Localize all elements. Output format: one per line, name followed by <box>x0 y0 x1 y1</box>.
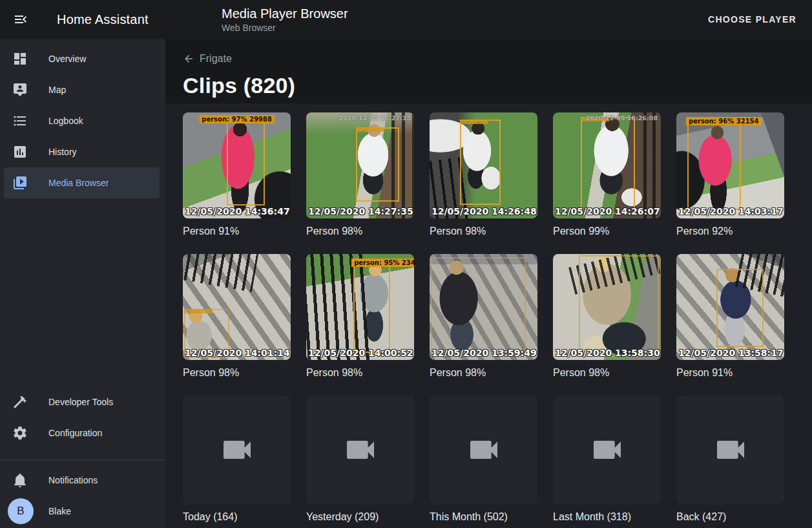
detection-bounding-box <box>687 124 742 210</box>
sidebar-item-label: Media Browser <box>48 178 109 188</box>
folder-thumbnail <box>183 396 291 504</box>
video-camera-icon <box>589 432 625 468</box>
clip-thumbnail: 2020-12-05 16:27:35 12/05/2020 14:27:35 <box>306 112 414 218</box>
sidebar-item-label: Developer Tools <box>48 397 113 407</box>
menu-open-icon <box>13 12 28 27</box>
clip-timestamp-overlay: 12/05/2020 14:36:47 <box>185 206 289 216</box>
clip-timestamp-overlay: 12/05/2020 14:27:35 <box>308 206 413 216</box>
clip-thumbnail: 12/05/2020 13:58:30 <box>553 254 661 360</box>
gear-icon <box>12 425 28 441</box>
folder-label: Today (164) <box>183 511 291 523</box>
folder-label: Yesterday (209) <box>306 511 414 523</box>
detection-bounding-box <box>579 255 659 357</box>
clip-timestamp-overlay: 12/05/2020 14:26:07 <box>555 206 660 216</box>
folder-label: This Month (502) <box>430 511 537 523</box>
folder-label: Last Month (318) <box>553 511 661 523</box>
folder-tile-yesterday[interactable]: Yesterday (209) <box>306 396 414 523</box>
sidebar-footer: Developer ToolsConfiguration Notificatio… <box>0 386 165 528</box>
clip-label: Person 98% <box>430 367 537 379</box>
sidebar-item-label: Map <box>48 85 66 95</box>
folder-thumbnail <box>306 396 414 504</box>
clip-tile[interactable]: person: 95% 23432 12/05/2020 14:00:52 Pe… <box>306 254 414 396</box>
clip-label: Person 91% <box>183 226 291 237</box>
folder-tile-today[interactable]: Today (164) <box>183 396 291 523</box>
sidebar-item-developer-tools[interactable]: Developer Tools <box>0 386 165 417</box>
breadcrumb-back-button[interactable]: Frigate <box>183 53 232 65</box>
clip-label: Person 98% <box>306 367 414 379</box>
clip-thumbnail: 12/05/2020 13:59:49 <box>430 254 537 360</box>
sidebar-toggle-button[interactable] <box>5 4 36 35</box>
clip-timestamp-overlay: 12/05/2020 13:58:30 <box>555 348 660 358</box>
clip-label: Person 98% <box>183 367 291 379</box>
sidebar-nav: OverviewMapLogbookHistoryMedia Browser <box>0 39 165 198</box>
clip-thumbnail: 2020-12-05 16:26:08 12/05/2020 14:26:07 <box>553 112 661 218</box>
clip-tile[interactable]: 12/05/2020 14:01:14 Person 98% <box>183 254 291 396</box>
detection-bounding-box <box>460 120 501 204</box>
detection-bounding-box <box>716 269 764 347</box>
sidebar-item-logbook[interactable]: Logbook <box>0 105 165 136</box>
clip-label: Person 98% <box>430 226 537 237</box>
sidebar-item-map[interactable]: Map <box>0 74 165 105</box>
folder-thumbnail <box>430 396 537 504</box>
dashboard-icon <box>12 51 28 67</box>
clip-timestamp-overlay: 12/05/2020 14:03:17 <box>678 206 783 216</box>
sidebar-item-label: History <box>48 147 77 157</box>
clip-tile[interactable]: 2020-12-05 16:27:35 12/05/2020 14:27:35 … <box>306 112 414 254</box>
clip-thumbnail: 12/05/2020 14:01:14 <box>183 254 291 360</box>
clip-label: Person 98% <box>553 367 661 379</box>
folder-thumbnail <box>676 396 784 504</box>
clip-tile[interactable]: 12/05/2020 13:59:49 Person 98% <box>430 254 537 396</box>
sidebar-item-media-browser[interactable]: Media Browser <box>4 167 160 198</box>
sidebar-item-notifications[interactable]: Notifications <box>0 465 165 496</box>
sidebar-divider <box>0 459 165 460</box>
sidebar-item-overview[interactable]: Overview <box>0 43 165 74</box>
clip-label: Person 92% <box>676 226 784 237</box>
clip-timestamp-overlay: 12/05/2020 13:58:17 <box>678 348 783 358</box>
detection-bounding-box <box>356 127 399 202</box>
clip-label: Person 91% <box>676 367 784 379</box>
clip-thumbnail: person: 95% 23432 12/05/2020 14:00:52 <box>306 254 414 360</box>
clip-tile[interactable]: 2020-12-05 16:26:08 12/05/2020 14:26:07 … <box>553 112 661 254</box>
clip-tile[interactable]: person: 96% 32154 12/05/2020 14:03:17 Pe… <box>676 112 784 254</box>
page-subtitle: Web Browser <box>222 23 348 33</box>
detection-bounding-box <box>227 122 264 206</box>
clip-tile[interactable]: 12/05/2020 14:26:48 Person 98% <box>430 112 537 254</box>
sidebar-item-user-profile[interactable]: B Blake <box>0 496 165 527</box>
arrow-left-icon <box>183 53 194 65</box>
folder-tile-this-month[interactable]: This Month (502) <box>430 396 537 523</box>
detection-bounding-box <box>581 117 635 215</box>
clip-thumbnail: 12/05/2020 13:58:17 <box>676 254 784 360</box>
clip-tile[interactable]: person: 97% 29988 12/05/2020 14:36:47 Pe… <box>183 112 291 254</box>
folder-thumbnail <box>553 396 661 504</box>
media-browser-content: person: 97% 29988 12/05/2020 14:36:47 Pe… <box>165 103 812 528</box>
detection-score-label: person: 97% 29988 <box>199 115 275 123</box>
detection-score-label: person: 95% 23432 <box>351 259 414 267</box>
breadcrumb-label: Frigate <box>200 53 232 65</box>
sidebar-footer-nav: Developer ToolsConfiguration <box>0 386 165 449</box>
clip-tile[interactable]: 12/05/2020 13:58:30 Person 98% <box>553 254 661 396</box>
sidebar-item-configuration[interactable]: Configuration <box>0 417 165 449</box>
sidebar-item-label: Configuration <box>48 428 102 438</box>
sidebar-item-history[interactable]: History <box>0 136 165 167</box>
history-chart-icon <box>12 144 28 160</box>
folder-tile-back[interactable]: Back (427) <box>676 396 784 523</box>
clip-timestamp-overlay: 12/05/2020 14:01:14 <box>185 348 289 358</box>
camera-osd-timestamp: 2020-12-05 16:27:35 <box>339 114 411 121</box>
choose-player-button[interactable]: CHOOSE PLAYER <box>703 8 802 31</box>
video-camera-icon <box>342 432 379 468</box>
clips-grid: person: 97% 29988 12/05/2020 14:36:47 Pe… <box>183 112 795 523</box>
sidebar-item-label: Overview <box>48 54 86 64</box>
clip-label: Person 98% <box>306 226 414 237</box>
app-title: Home Assistant <box>57 12 149 27</box>
sidebar-item-label: Logbook <box>48 116 83 126</box>
sidebar-item-label: Notifications <box>48 475 98 485</box>
detection-score-label: person: 96% 32154 <box>686 117 762 125</box>
clip-thumbnail: person: 97% 29988 12/05/2020 14:36:47 <box>183 112 291 218</box>
logbook-list-icon <box>12 113 28 129</box>
clip-tile[interactable]: 12/05/2020 13:58:17 Person 91% <box>676 254 784 396</box>
camera-osd-timestamp: 2020-12-05 16:26:08 <box>586 114 658 121</box>
media-browser-panel: Frigate Clips (820) person: 97% 29988 12… <box>165 39 812 528</box>
folder-tile-last-month[interactable]: Last Month (318) <box>553 396 661 523</box>
folder-label: Back (427) <box>676 511 784 523</box>
page-heading: Clips (820) <box>183 73 812 98</box>
